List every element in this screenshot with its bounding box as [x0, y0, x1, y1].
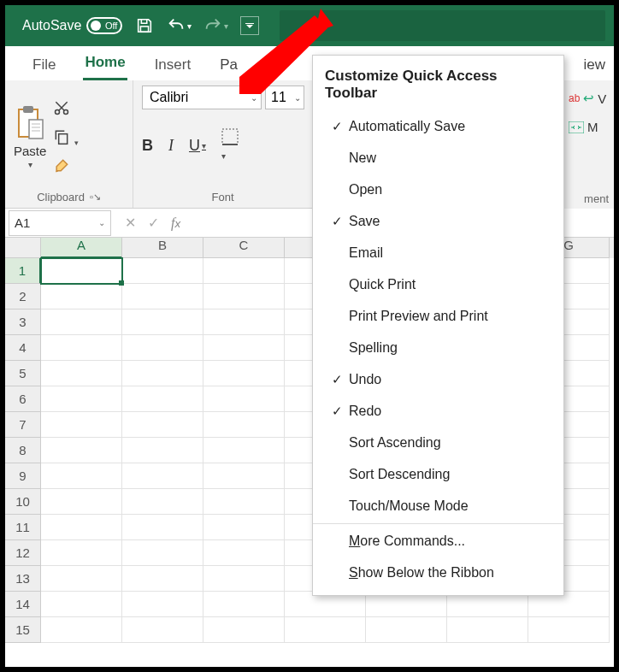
- column-header[interactable]: C: [203, 238, 285, 258]
- cell[interactable]: [41, 438, 122, 463]
- select-all-corner[interactable]: [5, 238, 41, 258]
- cell[interactable]: [203, 412, 285, 438]
- qat-menu-item[interactable]: Open: [313, 174, 563, 205]
- cell[interactable]: [122, 412, 203, 438]
- cell[interactable]: [203, 489, 285, 515]
- qat-menu-item[interactable]: Sort Ascending: [313, 427, 563, 458]
- cell[interactable]: [41, 284, 122, 309]
- cell[interactable]: [203, 592, 285, 617]
- copy-icon[interactable]: ▾: [53, 128, 78, 149]
- cell[interactable]: [203, 284, 285, 309]
- cell[interactable]: [122, 515, 203, 540]
- column-header[interactable]: B: [122, 238, 203, 258]
- cell[interactable]: [285, 617, 366, 643]
- format-painter-icon[interactable]: [53, 157, 78, 178]
- qat-menu-show-below-ribbon[interactable]: Show Below the Ribbon: [313, 557, 563, 588]
- cell[interactable]: [203, 617, 285, 643]
- cell[interactable]: [203, 335, 285, 361]
- tab-review-partial[interactable]: iew: [581, 51, 607, 80]
- cell[interactable]: [203, 515, 285, 540]
- qat-menu-more-commands[interactable]: More Commands...: [313, 523, 563, 557]
- cell[interactable]: [203, 258, 285, 284]
- save-icon[interactable]: [134, 15, 155, 36]
- autosave-toggle[interactable]: AutoSave Off: [22, 17, 122, 34]
- cell[interactable]: [41, 566, 122, 592]
- cut-icon[interactable]: [53, 99, 78, 120]
- tab-file[interactable]: File: [31, 51, 57, 80]
- cell[interactable]: [122, 258, 203, 284]
- chevron-down-icon[interactable]: ▾: [28, 160, 32, 169]
- row-header[interactable]: 12: [5, 540, 41, 566]
- cell[interactable]: [122, 309, 203, 335]
- cell[interactable]: [41, 540, 122, 566]
- cell[interactable]: [41, 463, 122, 489]
- cell[interactable]: [122, 284, 203, 309]
- tab-page-layout-partial[interactable]: Pa: [218, 51, 239, 80]
- bold-button[interactable]: B: [142, 137, 153, 155]
- cell[interactable]: [41, 335, 122, 361]
- cell[interactable]: [528, 617, 610, 643]
- cell[interactable]: [122, 386, 203, 412]
- cell[interactable]: [203, 566, 285, 592]
- undo-button[interactable]: ▾: [167, 16, 192, 35]
- qat-menu-item[interactable]: New: [313, 142, 563, 174]
- chevron-down-icon[interactable]: ▾: [224, 21, 228, 31]
- row-header[interactable]: 8: [5, 438, 41, 463]
- qat-menu-item[interactable]: ✓Redo: [313, 395, 563, 427]
- qat-menu-item[interactable]: ✓Automatically Save: [313, 110, 563, 142]
- chevron-down-icon[interactable]: ⌄: [251, 93, 257, 103]
- cell[interactable]: [41, 412, 122, 438]
- cell[interactable]: [41, 309, 122, 335]
- dialog-launcher-icon[interactable]: ▫↘: [90, 192, 101, 203]
- cell[interactable]: [122, 361, 203, 386]
- name-box[interactable]: A1⌄: [9, 210, 111, 236]
- cell[interactable]: [122, 540, 203, 566]
- row-header[interactable]: 4: [5, 335, 41, 361]
- qat-menu-item[interactable]: ✓Save: [313, 205, 563, 237]
- cell[interactable]: [122, 617, 203, 643]
- cell[interactable]: [122, 463, 203, 489]
- qat-menu-item[interactable]: Print Preview and Print: [313, 300, 563, 332]
- row-header[interactable]: 2: [5, 284, 41, 309]
- cell[interactable]: [41, 515, 122, 540]
- row-header[interactable]: 13: [5, 566, 41, 592]
- font-name-select[interactable]: Calibri⌄: [142, 85, 262, 109]
- column-header[interactable]: A: [41, 238, 122, 258]
- row-header[interactable]: 6: [5, 386, 41, 412]
- cell[interactable]: [203, 540, 285, 566]
- cell[interactable]: [41, 258, 122, 284]
- cell[interactable]: [41, 386, 122, 412]
- customize-qat-button[interactable]: [240, 16, 259, 35]
- wrap-text-partial[interactable]: ab↩ V: [569, 91, 606, 106]
- row-header[interactable]: 3: [5, 309, 41, 335]
- cell[interactable]: [41, 617, 122, 643]
- qat-menu-item[interactable]: ✓Undo: [313, 363, 563, 395]
- row-header[interactable]: 7: [5, 412, 41, 438]
- cell[interactable]: [122, 566, 203, 592]
- paste-button[interactable]: Paste ▾: [14, 104, 46, 169]
- row-header[interactable]: 1: [5, 258, 41, 284]
- fx-icon[interactable]: fx: [171, 215, 180, 231]
- qat-menu-item[interactable]: Quick Print: [313, 268, 563, 300]
- redo-button[interactable]: ▾: [203, 16, 228, 35]
- row-header[interactable]: 5: [5, 361, 41, 386]
- cell[interactable]: [122, 489, 203, 515]
- row-header[interactable]: 9: [5, 463, 41, 489]
- chevron-down-icon[interactable]: ⌄: [98, 218, 105, 227]
- chevron-down-icon[interactable]: ▾: [187, 21, 192, 31]
- row-header[interactable]: 10: [5, 489, 41, 515]
- cell[interactable]: [366, 617, 447, 643]
- tab-insert[interactable]: Insert: [153, 51, 193, 80]
- cell[interactable]: [203, 463, 285, 489]
- cell[interactable]: [41, 592, 122, 617]
- cell[interactable]: [203, 361, 285, 386]
- cell[interactable]: [447, 617, 528, 643]
- merge-center-partial[interactable]: M: [569, 120, 598, 134]
- chevron-down-icon[interactable]: ⌄: [294, 93, 301, 103]
- tab-home[interactable]: Home: [83, 49, 127, 80]
- row-header[interactable]: 11: [5, 515, 41, 540]
- borders-button[interactable]: ▾: [221, 128, 239, 163]
- cell[interactable]: [203, 438, 285, 463]
- cell[interactable]: [203, 309, 285, 335]
- cell[interactable]: [122, 592, 203, 617]
